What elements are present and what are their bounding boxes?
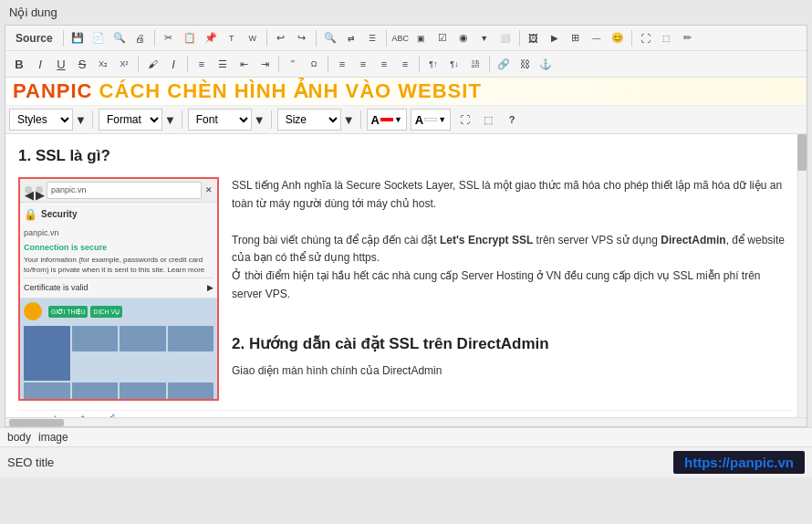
fullscreen-btn[interactable]: ⛶ bbox=[454, 110, 474, 130]
align-right-button[interactable]: ≡ bbox=[374, 54, 394, 74]
paragraph-2: Trong bài viết chúng ta để cập đến cài đ… bbox=[232, 232, 794, 268]
checkbox-button[interactable]: ☑ bbox=[432, 28, 453, 48]
paragraph-4: Giao diện màn hình chính của DirectAdmin bbox=[232, 362, 794, 381]
hr-button[interactable]: — bbox=[587, 28, 607, 48]
status-tag-image[interactable]: image bbox=[38, 431, 68, 444]
site-nav: GIỚI THIỆU DỊCH VỤ bbox=[24, 302, 213, 320]
p2-prefix: Trong bài viết chúng ta để cập đến cài đ… bbox=[232, 234, 440, 246]
button-button[interactable]: ⬜ bbox=[495, 28, 515, 48]
maximize-button[interactable]: ⛶ bbox=[636, 28, 656, 48]
horizontal-scrollbar[interactable] bbox=[5, 417, 807, 426]
p2-bold2: DirectAdmin bbox=[661, 234, 725, 246]
font-dropdown-icon: ▼ bbox=[254, 113, 265, 127]
toolbar-row-2: B I U S X₂ X² 🖌 I ≡ ☰ ⇤ ⇥ " Ω ≡ ≡ ≡ bbox=[5, 51, 807, 77]
select-divider bbox=[271, 110, 272, 129]
separator bbox=[419, 56, 420, 72]
flash-button[interactable]: ▶ bbox=[545, 28, 565, 48]
align-center-button[interactable]: ≡ bbox=[353, 54, 373, 74]
bg-color-button[interactable]: A ▼ bbox=[411, 109, 451, 131]
browser-url-bar: panpic.vn bbox=[47, 182, 202, 198]
radio-button[interactable]: ◉ bbox=[453, 28, 474, 48]
emoji-button[interactable]: 😊 bbox=[608, 28, 628, 48]
italic-button[interactable]: I bbox=[30, 54, 50, 74]
char-map-button[interactable]: 語 bbox=[465, 54, 485, 74]
anchor-button[interactable]: ⚓ bbox=[536, 54, 556, 74]
format-toolbar-row: Styles ▼ Format ▼ Font ▼ Size bbox=[5, 106, 807, 134]
size-select[interactable]: Size bbox=[277, 109, 341, 131]
align-left-button[interactable]: ≡ bbox=[332, 54, 352, 74]
browser-bar: ◀ ▶ panpic.vn ✕ bbox=[20, 179, 217, 202]
help-button[interactable]: ? bbox=[502, 110, 522, 130]
font-color-dropdown[interactable]: ▼ bbox=[394, 115, 402, 124]
table-button[interactable]: ⊞ bbox=[566, 28, 586, 48]
strikethrough-button[interactable]: S bbox=[72, 54, 92, 74]
justify-button[interactable]: ≡ bbox=[395, 54, 415, 74]
list-ul-button[interactable]: ☰ bbox=[213, 54, 233, 74]
paste-button[interactable]: 📌 bbox=[201, 28, 221, 48]
undo-button[interactable]: ↩ bbox=[271, 28, 291, 48]
section-title: Nội dung bbox=[0, 0, 812, 25]
list-ol-button[interactable]: ≡ bbox=[192, 54, 212, 74]
paste-text-button[interactable]: T bbox=[222, 28, 242, 48]
show-blocks-button[interactable]: ⬚ bbox=[657, 28, 677, 48]
superscript-button[interactable]: X² bbox=[114, 54, 134, 74]
image-button[interactable]: 🖼 bbox=[524, 28, 544, 48]
bold-button[interactable]: B bbox=[9, 54, 29, 74]
separator bbox=[63, 30, 64, 47]
separator bbox=[278, 56, 279, 72]
vertical-scrollbar[interactable] bbox=[797, 134, 807, 417]
font-select[interactable]: Font bbox=[188, 109, 252, 131]
select-button[interactable]: ▼ bbox=[474, 28, 494, 48]
separator bbox=[154, 30, 155, 47]
select-all-button[interactable]: ☰ bbox=[362, 28, 382, 48]
styles-group: Styles ▼ bbox=[9, 109, 87, 131]
status-tag-body[interactable]: body bbox=[7, 431, 31, 444]
blockquote-button[interactable]: " bbox=[283, 54, 303, 74]
cut-button[interactable]: ✂ bbox=[159, 28, 179, 48]
new-doc-button[interactable]: 📄 bbox=[88, 28, 109, 48]
underline-button[interactable]: U bbox=[51, 54, 71, 74]
format-select[interactable]: Format bbox=[99, 109, 162, 131]
redo-button[interactable]: ↪ bbox=[292, 28, 312, 48]
insert-char-button[interactable]: Ω bbox=[304, 54, 324, 74]
duan-link[interactable]: DỰ ÁN TIÊU BIỂU bbox=[18, 410, 794, 417]
show-hide-btn[interactable]: ⬚ bbox=[478, 110, 498, 130]
site-screenshot-inner: GIỚI THIỆU DỊCH VỤ bbox=[20, 299, 217, 399]
font-color-button[interactable]: A ▼ bbox=[367, 109, 407, 131]
styles-select[interactable]: Styles bbox=[9, 109, 73, 131]
site-logo bbox=[24, 302, 42, 320]
form-button[interactable]: ▣ bbox=[411, 28, 432, 48]
size-group: Size ▼ bbox=[277, 109, 355, 131]
italic2-button[interactable]: I bbox=[163, 54, 183, 74]
subscript-button[interactable]: X₂ bbox=[93, 54, 113, 74]
indent-more-button[interactable]: ⇥ bbox=[255, 54, 275, 74]
find-button[interactable]: 🔍 bbox=[320, 28, 340, 48]
pencil-button[interactable]: ✏ bbox=[678, 28, 698, 48]
save-button[interactable]: 💾 bbox=[68, 28, 88, 48]
separator bbox=[631, 30, 632, 47]
editor-title-banner: PANPIC CÁCH CHÈN HÌNH ẢNH VÀO WEBSIT bbox=[5, 78, 807, 106]
editor-content-area[interactable]: 1. SSL là gì? ◀ ▶ panpic.vn ✕ bbox=[5, 134, 807, 417]
para-after-button[interactable]: ¶↓ bbox=[444, 54, 464, 74]
para-before-button[interactable]: ¶↑ bbox=[423, 54, 443, 74]
bg-color-dropdown[interactable]: ▼ bbox=[438, 115, 446, 124]
h-scrollbar-thumb[interactable] bbox=[9, 419, 64, 426]
source-button[interactable]: Source bbox=[9, 28, 59, 48]
scrollbar-thumb[interactable] bbox=[797, 134, 807, 171]
paste-word-button[interactable]: W bbox=[243, 28, 263, 48]
heading-1: 1. SSL là gì? bbox=[18, 143, 794, 168]
link-button[interactable]: 🔗 bbox=[494, 54, 514, 74]
panpic-url-link[interactable]: https://panpic.vn bbox=[673, 451, 805, 474]
spell-check-button[interactable]: ABC bbox=[390, 28, 411, 48]
security-icon: 🔒 bbox=[24, 206, 37, 224]
print-button[interactable]: 🖨 bbox=[130, 28, 151, 48]
unlink-button[interactable]: ⛓ bbox=[515, 54, 535, 74]
remove-format-button[interactable]: 🖌 bbox=[142, 54, 162, 74]
security-cert-row: Certificate is valid ▶ bbox=[24, 278, 213, 294]
copy-button[interactable]: 📋 bbox=[180, 28, 200, 48]
font-color-icon: A bbox=[371, 113, 380, 127]
indent-less-button[interactable]: ⇤ bbox=[234, 54, 254, 74]
grid-item-6 bbox=[72, 383, 119, 399]
preview-button[interactable]: 🔍 bbox=[109, 28, 130, 48]
replace-button[interactable]: ⇄ bbox=[341, 28, 361, 48]
